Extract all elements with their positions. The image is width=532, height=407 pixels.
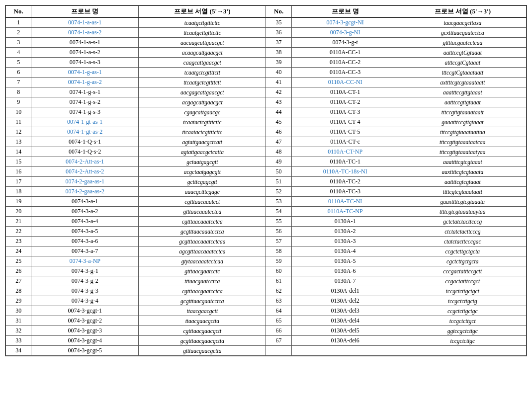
cell-probe-name-2: 0110A-CC-1 bbox=[291, 48, 399, 58]
cell-no: 4 bbox=[6, 48, 31, 58]
table-row: 290074-3-g-4gcgtttaacgaatcctca630130A-de… bbox=[6, 296, 527, 306]
table-row: 20074-1-a-as-2ttcaatgcttgtttcttc360074-3… bbox=[6, 28, 527, 38]
cell-probe-seq-1: cgtttaacaaatcct bbox=[139, 197, 266, 207]
cell-probe-seq-1: aaacgctttcgagc bbox=[139, 187, 266, 197]
table-row: 320074-3-gcgt-3cgtttaacgaacgctt660130A-d… bbox=[6, 326, 527, 336]
cell-probe-seq-2: axttttcgtcgtaaataatt bbox=[399, 78, 526, 87]
cell-probe-seq-1: gcgtttaacgaacgctta bbox=[139, 336, 266, 346]
cell-probe-seq-1: gtttaacaaatcctca bbox=[139, 207, 266, 217]
cell-no: 3 bbox=[6, 38, 31, 48]
cell-probe-seq-1: agtattgaacgctcatt bbox=[139, 137, 266, 147]
cell-no: 26 bbox=[6, 266, 31, 276]
cell-no: 14 bbox=[6, 147, 31, 157]
table-row: 310074-3-gcgt-2ttaacgaacgctta650130A-del… bbox=[6, 316, 527, 326]
cell-probe-name-2: 0110A-CT-NP bbox=[291, 147, 399, 157]
cell-probe-name-2: 0110A-CT-c bbox=[291, 137, 399, 147]
cell-no-2: 57 bbox=[266, 237, 291, 246]
cell-probe-seq-2: tccgctcttgctgct bbox=[399, 286, 526, 296]
cell-probe-seq-2: ctctatctacttcccg bbox=[399, 227, 526, 237]
table-row: 140074-1-Q-s-2agtattgaacgctcatta480110A-… bbox=[6, 147, 527, 157]
cell-probe-seq-1: ttcaatgcttgtttcttc bbox=[139, 28, 266, 38]
table-row: 30074-1-a-s-1aacaagcattgaacgct370074-3-g… bbox=[6, 38, 527, 48]
header-name-2: 프로브 명 bbox=[291, 6, 399, 18]
cell-probe-seq-2 bbox=[399, 346, 526, 356]
cell-no: 10 bbox=[6, 107, 31, 117]
cell-no-2: 67 bbox=[266, 336, 291, 346]
cell-probe-name-2: 0110A-CC-NI bbox=[291, 78, 399, 87]
cell-probe-name-2: 0110A-TC-1 bbox=[291, 157, 399, 167]
cell-probe-name-1: 0074-3-g-4 bbox=[31, 296, 139, 306]
cell-probe-name-1: 0074-3-gcgt-1 bbox=[31, 306, 139, 316]
cell-no: 9 bbox=[6, 97, 31, 107]
cell-no-2: 45 bbox=[266, 117, 291, 127]
cell-probe-seq-1: gtttaacgaacgctta bbox=[139, 346, 266, 356]
table-row: 90074-1-g-s-2acgagcattgaacgct430110A-CT-… bbox=[6, 97, 527, 107]
cell-probe-seq-2: gttttacgaatcctcaa bbox=[399, 38, 526, 48]
cell-probe-seq-2: ttttcgtcgtaaataatt bbox=[399, 187, 526, 197]
cell-probe-name-1: 0074-3-g-1 bbox=[31, 266, 139, 276]
cell-probe-seq-1: cgagcattgaacgc bbox=[139, 107, 266, 117]
cell-probe-name-1: 0074-3-a-6 bbox=[31, 237, 139, 246]
cell-probe-seq-2: ggtccgctcttgc bbox=[399, 326, 526, 336]
cell-probe-name-1: 0074-3-gcgt-5 bbox=[31, 346, 139, 356]
cell-probe-seq-2: taacgaacgcttaxa bbox=[399, 17, 526, 28]
table-row: 120074-1-gt-as-2ttcaatactcgttttcttc46011… bbox=[6, 127, 527, 137]
cell-probe-seq-1: cgtttaacgaacgctt bbox=[139, 326, 266, 336]
cell-no-2: 39 bbox=[266, 58, 291, 68]
cell-no: 6 bbox=[6, 68, 31, 78]
cell-no: 32 bbox=[6, 326, 31, 336]
cell-probe-name-2: 0130A-del6 bbox=[291, 336, 399, 346]
cell-probe-seq-2: aaattttcgtcgtaaat bbox=[399, 157, 526, 167]
probe-table-wrapper: No. 프로브 명 프로브 서열 (5'→3') No. 프로브 명 프로브 서… bbox=[5, 5, 527, 356]
cell-probe-seq-2: aaatttccgttgtaaat bbox=[399, 87, 526, 97]
cell-probe-name-1: 0074-1-a-as-1 bbox=[31, 17, 139, 28]
cell-probe-seq-1: ttcaatactcgttttcttc bbox=[139, 127, 266, 137]
cell-probe-name-2: 0130A-6 bbox=[291, 266, 399, 276]
cell-probe-seq-1: agcgtttaacaaatcctca bbox=[139, 246, 266, 256]
table-row: 190074-3-a-1cgtttaacaaatcct530110A-TC-NI… bbox=[6, 197, 527, 207]
cell-no: 18 bbox=[6, 187, 31, 197]
cell-probe-seq-1: ttcaatgctcgttttctt bbox=[139, 78, 266, 87]
cell-probe-name-1: 0074-1-a-s-2 bbox=[31, 48, 139, 58]
cell-probe-name-1: 0074-3-a-5 bbox=[31, 227, 139, 237]
cell-probe-name-2: 0074-3-g-t bbox=[291, 38, 399, 48]
cell-probe-seq-2: tttccgtCgtaaataatt bbox=[399, 68, 526, 78]
cell-no: 7 bbox=[6, 78, 31, 87]
cell-probe-name-2: 0110A-TC-NP bbox=[291, 207, 399, 217]
cell-no: 29 bbox=[6, 296, 31, 306]
cell-probe-seq-1: tcaatgcttgtttcttc bbox=[139, 17, 266, 28]
cell-probe-name-1: 0074-1-g-as-1 bbox=[31, 68, 139, 78]
cell-no: 12 bbox=[6, 127, 31, 137]
cell-probe-seq-1: aacgagcattgaacgct bbox=[139, 87, 266, 97]
cell-no: 22 bbox=[6, 227, 31, 237]
header-seq-1: 프로브 서열 (5'→3') bbox=[139, 6, 266, 18]
cell-no-2: 38 bbox=[266, 48, 291, 58]
cell-probe-name-2: 0130A-del1 bbox=[291, 286, 399, 296]
cell-probe-seq-2: gaaxttttcgtcgtaaata bbox=[399, 197, 526, 207]
cell-no: 25 bbox=[6, 256, 31, 266]
cell-probe-seq-2: tttccgttgtaaataatyaa bbox=[399, 147, 526, 157]
table-row: 220074-3-a-5gcgtttaacaaatcctca560130A-2c… bbox=[6, 227, 527, 237]
cell-no: 13 bbox=[6, 137, 31, 147]
cell-no: 30 bbox=[6, 306, 31, 316]
table-row: 250074-3-a-NPgtytaacaaatcctcaa590130A-5c… bbox=[6, 256, 527, 266]
table-row: 180074-2-gaa-as-2aaacgctttcgagc520110A-T… bbox=[6, 187, 527, 197]
cell-no: 21 bbox=[6, 217, 31, 227]
cell-probe-name-1: 0074-3-a-NP bbox=[31, 256, 139, 266]
cell-probe-seq-2: aaxttttcgtcgtaaata bbox=[399, 167, 526, 177]
cell-no: 2 bbox=[6, 28, 31, 38]
cell-no: 34 bbox=[6, 346, 31, 356]
header-name-1: 프로브 명 bbox=[31, 6, 139, 18]
cell-probe-name-1: 0074-3-a-7 bbox=[31, 246, 139, 256]
cell-no: 24 bbox=[6, 246, 31, 256]
cell-no: 33 bbox=[6, 336, 31, 346]
cell-probe-name-1: 0074-1-gt-as-2 bbox=[31, 127, 139, 137]
cell-probe-name-1: 0074-1-Q-s-1 bbox=[31, 137, 139, 147]
table-row: 130074-1-Q-s-1agtattgaacgctcatt470110A-C… bbox=[6, 137, 527, 147]
cell-probe-seq-1: gcgtttaacaaatcctcaa bbox=[139, 237, 266, 246]
cell-probe-name-1: 0074-1-g-s-3 bbox=[31, 107, 139, 117]
table-row: 260074-3-g-1gtttaacgaatcctc600130A-6cccg… bbox=[6, 266, 527, 276]
cell-no-2: 46 bbox=[266, 127, 291, 137]
probe-table: No. 프로브 명 프로브 서열 (5'→3') No. 프로브 명 프로브 서… bbox=[5, 5, 527, 356]
cell-no-2: 49 bbox=[266, 157, 291, 167]
